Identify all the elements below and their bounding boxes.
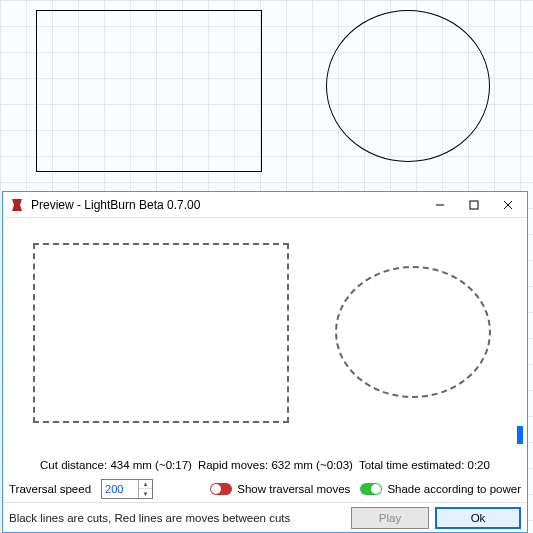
- stats-row: Cut distance: 434 mm (~0:17) Rapid moves…: [3, 454, 527, 476]
- preview-ellipse: [335, 266, 491, 398]
- cut-distance: Cut distance: 434 mm (~0:17): [40, 459, 192, 471]
- traversal-speed-input[interactable]: [102, 480, 138, 498]
- app-icon: [9, 197, 25, 213]
- minimize-button[interactable]: [423, 194, 457, 216]
- footer-row: Black lines are cuts, Red lines are move…: [3, 502, 527, 532]
- preview-rectangle: [33, 243, 289, 423]
- window-buttons: [423, 194, 525, 216]
- close-button[interactable]: [491, 194, 525, 216]
- scroll-indicator[interactable]: [517, 426, 523, 444]
- maximize-button[interactable]: [457, 194, 491, 216]
- play-button[interactable]: Play: [351, 507, 429, 529]
- window-title: Preview - LightBurn Beta 0.7.00: [31, 198, 423, 212]
- shade-power-toggle[interactable]: Shade according to power: [360, 483, 521, 495]
- total-time: Total time estimated: 0:20: [359, 459, 490, 471]
- show-traversal-label: Show traversal moves: [237, 483, 350, 495]
- ok-button[interactable]: Ok: [435, 507, 521, 529]
- rapid-moves: Rapid moves: 632 mm (~0:03): [198, 459, 353, 471]
- controls-row: Traversal speed ▲ ▼ Show traversal moves…: [3, 476, 527, 502]
- spinner-down[interactable]: ▼: [139, 489, 152, 498]
- toggle-icon: [360, 483, 382, 495]
- spinner-up[interactable]: ▲: [139, 480, 152, 489]
- legend-hint: Black lines are cuts, Red lines are move…: [9, 512, 345, 524]
- titlebar[interactable]: Preview - LightBurn Beta 0.7.00: [3, 192, 527, 218]
- traversal-speed-spinner[interactable]: ▲ ▼: [101, 479, 153, 499]
- svg-rect-2: [470, 201, 478, 209]
- toggle-icon: [210, 483, 232, 495]
- preview-window: Preview - LightBurn Beta 0.7.00 Cut dist…: [2, 191, 528, 533]
- traversal-speed-label: Traversal speed: [9, 483, 91, 495]
- shade-power-label: Shade according to power: [387, 483, 521, 495]
- preview-canvas[interactable]: [3, 218, 527, 454]
- show-traversal-toggle[interactable]: Show traversal moves: [210, 483, 350, 495]
- svg-marker-0: [12, 199, 22, 211]
